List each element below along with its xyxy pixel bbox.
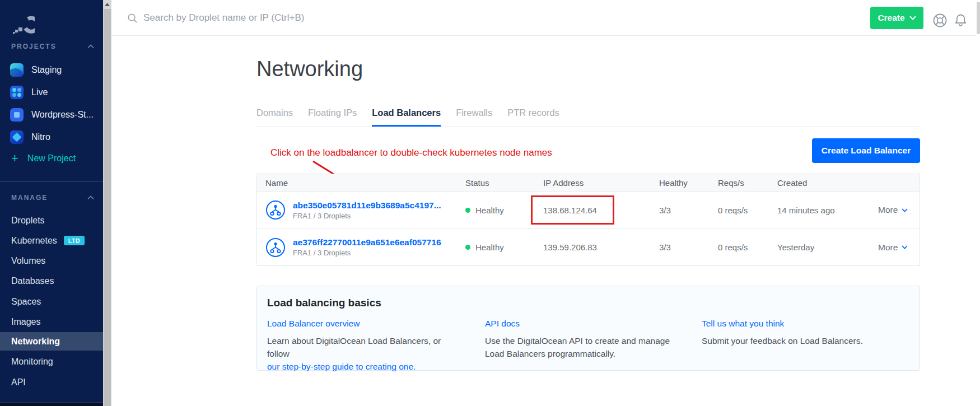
sidebar-item-kubernetes[interactable]: Kubernetes LTD [0, 231, 103, 250]
sidebar-item-spaces[interactable]: Spaces [0, 292, 103, 311]
basics-text: Learn about DigitalOcean Load Balancers,… [267, 336, 441, 358]
project-label: Live [31, 87, 48, 97]
healthy-status-dot [465, 208, 470, 213]
manage-section-header: MANAGE [11, 194, 94, 202]
sidebar-divider [0, 181, 103, 182]
create-button[interactable]: Create [870, 7, 923, 29]
basics-columns: Load Balancer overview Learn about Digit… [267, 319, 909, 374]
plus-icon: + [11, 152, 18, 165]
project-icon-wordpress [10, 108, 24, 122]
sidebar: PROJECTS Staging Live Wordpress-St... Ni… [0, 0, 103, 406]
sidebar-project-live[interactable]: Live [10, 85, 48, 100]
sidebar-item-images[interactable]: Images [0, 312, 103, 331]
project-label: Nitro [31, 132, 50, 142]
sidebar-item-volumes[interactable]: Volumes [0, 251, 103, 270]
col-header-created: Created [777, 178, 878, 188]
main-content: Networking Domains Floating IPs Load Bal… [111, 36, 976, 406]
nav-label: Volumes [11, 256, 45, 266]
chevron-down-icon [902, 245, 908, 249]
chevron-down-icon [902, 208, 908, 212]
chevron-up-icon[interactable] [87, 195, 94, 200]
requests-cell: 0 reqs/s [718, 206, 777, 215]
nav-label: Networking [11, 337, 60, 347]
more-menu-button[interactable]: More [878, 242, 920, 253]
topbar: Create [111, 0, 976, 36]
chevron-up-icon[interactable] [87, 44, 94, 49]
project-label: Staging [31, 65, 62, 75]
scroll-up-arrow-icon[interactable] [103, 0, 111, 8]
project-icon-live [10, 86, 24, 99]
tab-bar: Domains Floating IPs Load Balancers Fire… [256, 106, 920, 127]
sidebar-scrollbar[interactable] [103, 0, 111, 406]
load-balancer-table: Name Status IP Address Healthy Reqs/s Cr… [256, 174, 920, 266]
more-label: More [878, 242, 898, 253]
nav-label: Images [11, 317, 40, 327]
load-balancer-icon [265, 237, 286, 258]
more-label: More [878, 205, 898, 215]
col-header-name: Name [257, 178, 465, 188]
new-project-button[interactable]: + New Project [11, 152, 76, 165]
nav-label: Monitoring [11, 357, 53, 367]
page-title: Networking [256, 57, 363, 81]
load-balancer-region: FRA1 / 3 Droplets [293, 212, 441, 220]
sidebar-project-wordpress[interactable]: Wordpress-St... [10, 108, 94, 122]
load-balancer-name-link[interactable]: abe350e05781d11e9b3689a5c4197... [293, 200, 441, 211]
sidebar-project-staging[interactable]: Staging [10, 63, 62, 77]
sidebar-item-databases[interactable]: Databases [0, 272, 103, 290]
basics-column-feedback: Tell us what you think Submit your feedb… [702, 319, 909, 374]
ip-address-cell: 138.68.124.64 [543, 206, 659, 215]
search-icon [127, 13, 138, 24]
search-bar [127, 8, 474, 28]
basics-title: Load balancing basics [267, 297, 909, 309]
sidebar-item-monitoring[interactable]: Monitoring [0, 352, 103, 371]
sidebar-item-droplets[interactable]: Droplets [0, 211, 103, 230]
search-input[interactable] [143, 12, 457, 24]
digitalocean-logo-icon [11, 12, 35, 36]
help-lifebuoy-icon[interactable] [932, 13, 948, 28]
load-balancer-overview-link[interactable]: Load Balancer overview [267, 319, 360, 329]
sidebar-item-api[interactable]: API [0, 373, 103, 391]
project-icon-staging [10, 63, 24, 77]
col-header-ip: IP Address [543, 178, 659, 188]
nav-label: API [11, 377, 26, 388]
tab-load-balancers[interactable]: Load Balancers [372, 106, 441, 127]
projects-section-header: PROJECTS [11, 43, 94, 50]
sidebar-bottom-strip [0, 402, 103, 406]
ltd-badge: LTD [64, 236, 85, 245]
table-header-row: Name Status IP Address Healthy Reqs/s Cr… [257, 174, 920, 192]
load-balancer-region: FRA1 / 3 Droplets [293, 249, 441, 257]
basics-text: Submit your feedback on Load Balancers. [702, 335, 899, 348]
col-header-healthy: Healthy [659, 178, 718, 188]
healthy-count-cell: 3/3 [659, 242, 718, 252]
basics-column-overview: Load Balancer overview Learn about Digit… [267, 319, 485, 374]
basics-text: Use the DigitalOcean API to create and m… [485, 335, 682, 361]
nav-label: Droplets [11, 216, 45, 226]
col-header-reqs: Reqs/s [718, 178, 777, 188]
created-cell: 14 minutes ago [777, 206, 878, 215]
tab-firewalls[interactable]: Firewalls [456, 106, 492, 127]
tab-ptr-records[interactable]: PTR records [507, 106, 559, 127]
scrollbar-thumb[interactable] [104, 9, 111, 406]
healthy-status-dot [465, 245, 470, 250]
step-by-step-guide-link[interactable]: our step-by-step guide to creating one. [267, 361, 464, 374]
status-label: Healthy [475, 206, 504, 215]
notifications-bell-icon[interactable] [953, 13, 968, 28]
sidebar-item-networking[interactable]: Networking [0, 332, 103, 351]
more-menu-button[interactable]: More [878, 205, 920, 215]
create-button-label: Create [878, 13, 904, 23]
load-balancer-icon [265, 200, 286, 220]
col-header-status: Status [465, 178, 543, 188]
status-cell: Healthy [465, 206, 543, 215]
api-docs-link[interactable]: API docs [485, 319, 520, 329]
requests-cell: 0 reqs/s [718, 242, 777, 252]
tab-floating-ips[interactable]: Floating IPs [308, 106, 357, 127]
sidebar-project-nitro[interactable]: Nitro [10, 130, 50, 144]
new-project-label: New Project [27, 153, 76, 164]
status-cell: Healthy [465, 242, 543, 252]
create-load-balancer-button[interactable]: Create Load Balancer [812, 138, 920, 163]
feedback-link[interactable]: Tell us what you think [702, 319, 784, 329]
tab-domains[interactable]: Domains [256, 106, 293, 127]
load-balancer-name-link[interactable]: ae376ff22770011e9a651e6eaf057716 [293, 237, 441, 248]
page-scrollbar-thumb[interactable] [977, 2, 980, 34]
project-label: Wordpress-St... [31, 110, 94, 120]
